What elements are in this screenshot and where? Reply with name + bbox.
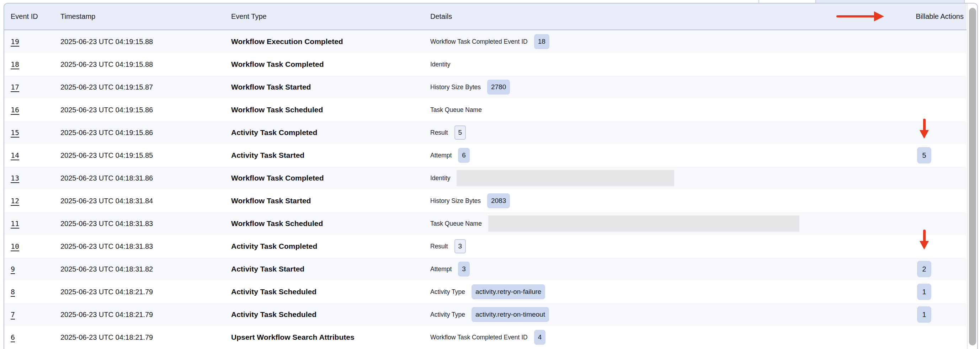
table-row[interactable]: 10 2025-06-23 UTC 04:18:31.83 Activity T… <box>4 235 966 258</box>
event-id-link[interactable]: 19 <box>11 37 19 46</box>
table-row[interactable]: 15 2025-06-23 UTC 04:19:15.86 Activity T… <box>4 121 966 144</box>
column-header-billable-actions: Billable Actions <box>882 13 966 21</box>
table-row[interactable]: 19 2025-06-23 UTC 04:19:15.88 Workflow E… <box>4 30 966 53</box>
column-header-details: Details <box>430 13 882 21</box>
event-id-link[interactable]: 14 <box>11 151 19 160</box>
event-id-link[interactable]: 11 <box>11 219 19 228</box>
table-row[interactable]: 11 2025-06-23 UTC 04:18:31.83 Workflow T… <box>4 212 966 235</box>
event-type: Activity Task Scheduled <box>231 287 317 296</box>
event-timestamp: 2025-06-23 UTC 04:18:31.82 <box>60 265 153 273</box>
event-type: Workflow Task Completed <box>231 60 324 68</box>
column-header-timestamp: Timestamp <box>60 13 231 21</box>
event-history-table: Event ID Timestamp Event Type Details Bi… <box>3 3 978 349</box>
event-timestamp: 2025-06-23 UTC 04:18:21.79 <box>60 333 153 341</box>
event-timestamp: 2025-06-23 UTC 04:18:21.79 <box>60 311 153 319</box>
detail-label: Activity Type <box>430 311 465 319</box>
event-timestamp: 2025-06-23 UTC 04:19:15.86 <box>60 128 153 136</box>
table-row[interactable]: 14 2025-06-23 UTC 04:19:15.85 Activity T… <box>4 144 966 167</box>
event-type: Activity Task Completed <box>231 242 317 250</box>
event-id-link[interactable]: 13 <box>11 174 19 182</box>
event-id-link[interactable]: 16 <box>11 106 19 114</box>
detail-value-badge: 18 <box>534 34 549 49</box>
detail-label: Result <box>430 243 448 250</box>
detail-label: Task Queue Name <box>430 220 482 227</box>
detail-value-badge: 6 <box>458 148 470 163</box>
column-header-event-type: Event Type <box>231 13 430 21</box>
detail-value-badge: 2780 <box>487 79 510 95</box>
event-timestamp: 2025-06-23 UTC 04:18:31.84 <box>60 197 153 205</box>
detail-label: Attempt <box>430 265 452 273</box>
event-type: Activity Task Completed <box>231 128 317 136</box>
table-row[interactable]: 13 2025-06-23 UTC 04:18:31.86 Workflow T… <box>4 167 966 189</box>
detail-label: Task Queue Name <box>430 106 482 114</box>
event-id-link[interactable]: 18 <box>11 60 19 68</box>
event-type: Workflow Task Scheduled <box>231 106 323 114</box>
detail-label: Identity <box>430 174 450 182</box>
event-timestamp: 2025-06-23 UTC 04:19:15.86 <box>60 106 153 114</box>
table-row[interactable]: 18 2025-06-23 UTC 04:19:15.88 Workflow T… <box>4 53 966 76</box>
redacted-value-block <box>488 216 799 232</box>
detail-value-badge: 3 <box>455 239 466 254</box>
event-type: Workflow Task Completed <box>231 174 324 182</box>
event-timestamp: 2025-06-23 UTC 04:18:31.86 <box>60 174 153 182</box>
detail-label: Attempt <box>430 152 452 159</box>
detail-value-badge: 3 <box>458 262 470 277</box>
event-type: Workflow Execution Completed <box>231 37 343 46</box>
event-timestamp: 2025-06-23 UTC 04:19:15.88 <box>60 38 153 46</box>
table-row[interactable]: 9 2025-06-23 UTC 04:18:31.82 Activity Ta… <box>4 258 966 281</box>
detail-label: Workflow Task Completed Event ID <box>430 334 528 341</box>
event-id-link[interactable]: 7 <box>11 310 15 319</box>
table-body: 19 2025-06-23 UTC 04:19:15.88 Workflow E… <box>4 30 966 349</box>
event-type: Workflow Task Scheduled <box>231 219 323 227</box>
detail-value-badge: activity.retry-on-timeout <box>471 307 549 322</box>
detail-label: History Size Bytes <box>430 197 481 205</box>
billable-actions-value: 1 <box>917 284 931 300</box>
scrollbar-thumb[interactable] <box>969 8 976 346</box>
event-timestamp: 2025-06-23 UTC 04:18:21.79 <box>60 288 153 296</box>
event-id-link[interactable]: 12 <box>11 197 19 205</box>
event-type: Workflow Task Started <box>231 197 311 205</box>
event-type: Upsert Workflow Search Attributes <box>231 333 355 341</box>
table-header-row: Event ID Timestamp Event Type Details Bi… <box>4 3 966 30</box>
detail-label: Result <box>430 129 448 136</box>
billable-actions-value: 2 <box>917 261 931 277</box>
event-timestamp: 2025-06-23 UTC 04:19:15.87 <box>60 83 153 91</box>
event-timestamp: 2025-06-23 UTC 04:19:15.88 <box>60 60 153 68</box>
table-row[interactable]: 16 2025-06-23 UTC 04:19:15.86 Workflow T… <box>4 98 966 121</box>
event-type: Activity Task Started <box>231 265 304 273</box>
billable-actions-value: 5 <box>917 147 931 163</box>
event-id-link[interactable]: 8 <box>11 287 15 296</box>
event-timestamp: 2025-06-23 UTC 04:18:31.83 <box>60 243 153 250</box>
event-type: Activity Task Started <box>231 151 304 159</box>
event-id-link[interactable]: 6 <box>11 333 15 341</box>
event-timestamp: 2025-06-23 UTC 04:19:15.85 <box>60 151 153 159</box>
detail-value-badge: activity.retry-on-failure <box>471 284 545 300</box>
detail-value-badge: 2083 <box>487 194 510 209</box>
event-id-link[interactable]: 17 <box>11 83 19 91</box>
scrollbar-track[interactable] <box>967 3 977 349</box>
detail-label: Identity <box>430 61 450 68</box>
detail-value-badge: 4 <box>534 330 546 345</box>
table-area: Event ID Timestamp Event Type Details Bi… <box>4 3 966 349</box>
detail-label: Activity Type <box>430 288 465 296</box>
event-type: Workflow Task Started <box>231 83 311 91</box>
event-timestamp: 2025-06-23 UTC 04:18:31.83 <box>60 220 153 227</box>
table-row[interactable]: 6 2025-06-23 UTC 04:18:21.79 Upsert Work… <box>4 326 966 349</box>
table-row[interactable]: 12 2025-06-23 UTC 04:18:31.84 Workflow T… <box>4 189 966 212</box>
table-row[interactable]: 7 2025-06-23 UTC 04:18:21.79 Activity Ta… <box>4 303 966 326</box>
detail-label: Workflow Task Completed Event ID <box>430 38 528 46</box>
table-row[interactable]: 17 2025-06-23 UTC 04:19:15.87 Workflow T… <box>4 76 966 98</box>
event-id-link[interactable]: 10 <box>11 242 19 251</box>
billable-actions-value: 1 <box>917 306 931 323</box>
event-id-link[interactable]: 15 <box>11 128 19 137</box>
redacted-value-block <box>457 170 674 186</box>
detail-label: History Size Bytes <box>430 84 481 91</box>
table-row[interactable]: 8 2025-06-23 UTC 04:18:21.79 Activity Ta… <box>4 281 966 303</box>
event-type: Activity Task Scheduled <box>231 310 317 319</box>
detail-value-badge: 5 <box>455 125 466 140</box>
column-header-event-id: Event ID <box>4 13 60 21</box>
event-id-link[interactable]: 9 <box>11 265 15 273</box>
